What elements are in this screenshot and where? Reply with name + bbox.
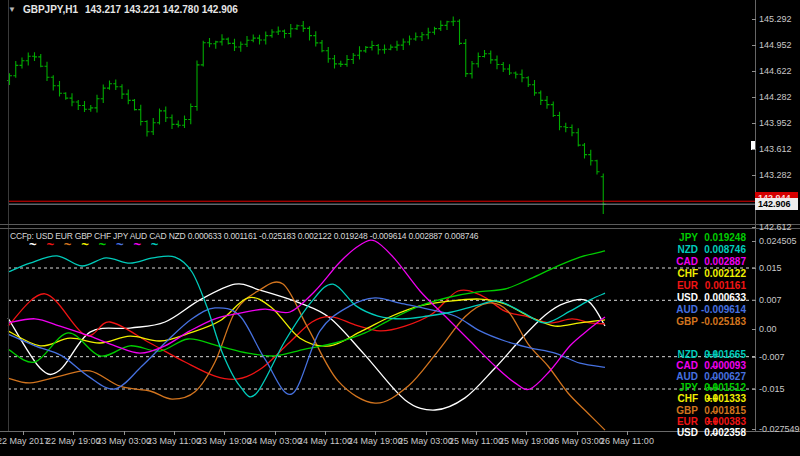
time-axis-tick <box>174 431 175 435</box>
currency-code: NZD <box>677 349 698 360</box>
indicator-axis-tick <box>752 429 756 430</box>
current-value-row-USD: USD0.000633 <box>608 292 748 304</box>
price-axis-label: 145.292 <box>759 14 799 24</box>
currency-value: 0.008746 <box>704 244 746 255</box>
current-value-row-NZD: NZD0.008746 <box>608 244 748 256</box>
price-axis-tick <box>752 45 756 46</box>
current-value-row-JPY: JPY0.019248 <box>608 232 748 244</box>
chart-title-ohlc: 143.217 143.221 142.780 142.906 <box>85 4 238 15</box>
indicator-axis-tick <box>752 357 756 358</box>
currency-code: NZD <box>677 244 698 255</box>
indicator-axis-tick <box>752 268 756 269</box>
current-value-row-CAD: CAD0.002887 <box>608 256 748 268</box>
slope-value: 0.001333 <box>704 393 746 404</box>
currency-code: EUR <box>677 280 698 291</box>
time-axis-tick <box>476 431 477 435</box>
time-axis-tick <box>577 431 578 435</box>
price-axis-label: 143.612 <box>759 144 799 154</box>
currency-code: CAD <box>676 256 698 267</box>
legend-squiggle-JPY: ~ <box>99 239 107 251</box>
price-axis-border <box>755 0 756 431</box>
price-axis-tick <box>752 97 756 98</box>
currency-value: 0.000633 <box>704 292 746 303</box>
currency-code: USD <box>677 427 698 438</box>
chart-left-border <box>8 0 9 431</box>
legend-squiggle-AUD: ~ <box>116 239 124 251</box>
time-axis-tick <box>23 431 24 435</box>
price-axis-tick <box>752 71 756 72</box>
legend-squiggle-CHF: ~ <box>81 239 89 251</box>
price-axis-label: 143.282 <box>759 170 799 180</box>
slope-value: 0.001665 <box>704 349 746 360</box>
mt4-chart-window: ▼ GBPJPY,H1 143.217 143.221 142.780 142.… <box>0 0 800 456</box>
price-axis-label: 144.952 <box>759 40 799 50</box>
indicator-axis-label: 0.024505 <box>759 236 799 246</box>
indicator-axis-label: -0.015 <box>759 384 799 394</box>
currency-code: CAD <box>676 360 698 371</box>
currency-value: 0.002122 <box>704 268 746 279</box>
indicator-axis-label: -0.027549 <box>759 424 799 434</box>
current-value-row-GBP: GBP-0.025183 <box>608 316 748 328</box>
currency-value: -0.009614 <box>701 304 746 315</box>
legend-squiggle-GBP: ~ <box>64 239 72 251</box>
symbol-dropdown-icon[interactable]: ▼ <box>8 5 16 14</box>
slope-value: 0.000093 <box>704 360 746 371</box>
legend-squiggle-CAD: ~ <box>133 239 141 251</box>
time-axis-tick <box>375 431 376 435</box>
window-separator-bottom[interactable] <box>0 228 800 229</box>
currency-value: -0.025183 <box>701 316 746 327</box>
currency-code: EUR <box>677 416 698 427</box>
currency-code: GBP <box>676 316 698 327</box>
currency-code: AUD <box>676 371 698 382</box>
currency-code: USD <box>677 292 698 303</box>
currency-value: 0.002887 <box>704 256 746 267</box>
current-value-row-AUD: AUD-0.009614 <box>608 304 748 316</box>
currency-value: 0.019248 <box>704 232 746 243</box>
time-axis-tick <box>124 431 125 435</box>
slope-value: 0.001815 <box>704 405 746 416</box>
currency-code: JPY <box>679 382 698 393</box>
currency-code: CHF <box>677 268 698 279</box>
price-axis-label: 144.282 <box>759 92 799 102</box>
slope-value: 0.000383 <box>704 416 746 427</box>
price-axis-tick <box>752 227 756 228</box>
indicator-axis-label: -0.007 <box>759 352 799 362</box>
price-axis-tick <box>752 19 756 20</box>
indicator-axis-tick <box>752 329 756 330</box>
time-axis-tick <box>275 431 276 435</box>
time-axis-label: 26 May 11:00 <box>591 436 663 446</box>
currency-value: 0.001161 <box>705 280 746 291</box>
chart-title: ▼ GBPJPY,H1 143.217 143.221 142.780 142.… <box>8 4 238 15</box>
time-axis-tick <box>627 431 628 435</box>
bid-price-box: 142.906 <box>755 198 798 210</box>
price-bars <box>7 17 606 215</box>
currency-code: CHF <box>677 393 698 404</box>
current-value-row-CHF: CHF0.002122 <box>608 268 748 280</box>
slope-value: 0.002358 <box>704 427 746 438</box>
indicator-axis-tick <box>752 300 756 301</box>
indicator-axis-label: 0.00 <box>759 324 799 334</box>
indicator-axis-label: 0.015 <box>759 263 799 273</box>
price-axis-label: 142.612 <box>759 222 799 232</box>
currency-code: GBP <box>676 405 698 416</box>
chart-title-symbol: GBPJPY,H1 <box>23 4 78 15</box>
indicator-axis-tick <box>752 241 756 242</box>
price-axis-label: 143.952 <box>759 118 799 128</box>
time-axis-tick <box>73 431 74 435</box>
currency-code: JPY <box>679 232 698 243</box>
window-separator-top[interactable] <box>0 224 800 225</box>
time-axis-tick <box>224 431 225 435</box>
time-axis-tick <box>325 431 326 435</box>
indicator-axis-label: 0.007 <box>759 295 799 305</box>
price-axis-tick <box>752 149 756 150</box>
legend-squiggle-EUR: ~ <box>46 239 54 251</box>
current-value-row-EUR: EUR0.001161 <box>608 280 748 292</box>
price-axis-tick <box>752 175 756 176</box>
slope-value: 0.000627 <box>704 371 746 382</box>
price-axis-tick <box>752 123 756 124</box>
time-axis-tick <box>526 431 527 435</box>
legend-squiggle-NZD: ~ <box>151 239 159 251</box>
indicator-axis-tick <box>752 389 756 390</box>
legend-squiggle-USD: ~ <box>29 239 37 251</box>
slope-value: 0.001512 <box>704 382 746 393</box>
